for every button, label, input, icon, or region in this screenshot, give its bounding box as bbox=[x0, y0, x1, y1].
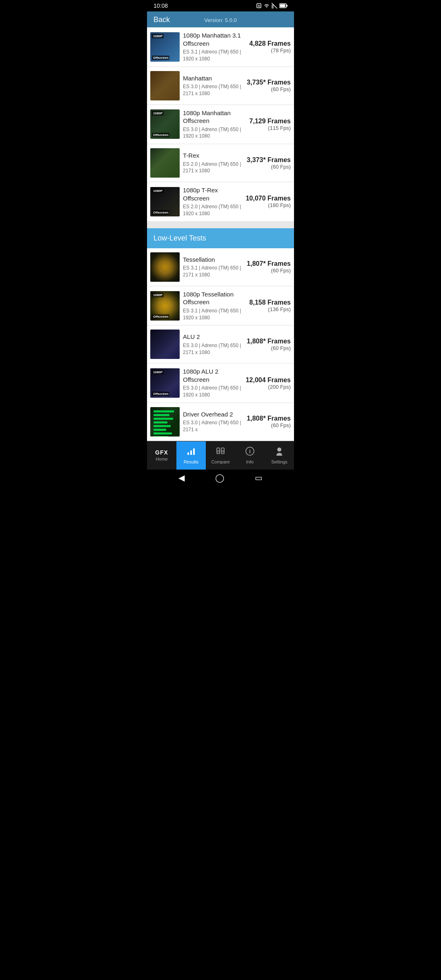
score-frames-manhattan-3-offscreen: 4,828 Frames bbox=[246, 40, 291, 47]
score-frames-manhattan-offscreen: 7,129 Frames bbox=[246, 118, 291, 125]
test-info-alu2: ALU 2 ES 3.0 | Adreno (TM) 650 | 2171 x … bbox=[180, 333, 246, 356]
test-sub-alu2: ES 3.0 | Adreno (TM) 650 | 2171 x 1080 bbox=[183, 342, 243, 356]
thumb-top-label: 1080P bbox=[152, 293, 164, 297]
low-level-container: Tessellation ES 3.1 | Adreno (TM) 650 | … bbox=[147, 248, 294, 441]
thumb-bottom-label: Offscreen bbox=[152, 314, 169, 319]
test-name-alu2: ALU 2 bbox=[183, 333, 243, 341]
test-name-tessellation-offscreen: 1080p Tessellation Offscreen bbox=[183, 290, 243, 306]
score-fps-alu2-offscreen: (200 Fps) bbox=[246, 384, 291, 390]
test-sub-trex-offscreen: ES 2.0 | Adreno (TM) 650 | 1920 x 1080 bbox=[183, 203, 243, 217]
info-icon: i bbox=[245, 447, 254, 458]
recents-gesture-icon[interactable]: ▭ bbox=[255, 473, 263, 483]
test-score-trex: 3,373* Frames (60 Fps) bbox=[246, 156, 291, 170]
test-name-manhattan-3-offscreen: 1080p Manhattan 3.1 Offscreen bbox=[183, 31, 243, 47]
thumb-top-label: 1080P bbox=[152, 370, 164, 374]
test-thumb-tessellation bbox=[150, 252, 180, 282]
test-sub-tessellation: ES 3.1 | Adreno (TM) 650 | 2171 x 1080 bbox=[183, 265, 243, 278]
thumb-bottom-label: Offscreen bbox=[152, 56, 169, 60]
score-fps-alu2: (60 Fps) bbox=[246, 345, 291, 351]
back-gesture-icon[interactable]: ◀ bbox=[178, 473, 185, 483]
test-name-driver-overhead: Driver Overhead 2 bbox=[183, 410, 243, 419]
test-score-alu2-offscreen: 12,004 Frames (200 Fps) bbox=[246, 376, 291, 390]
score-frames-tessellation-offscreen: 8,158 Frames bbox=[246, 299, 291, 306]
results-icon bbox=[187, 447, 196, 458]
spacer bbox=[147, 222, 294, 228]
score-frames-alu2: 1,808* Frames bbox=[246, 338, 291, 345]
test-name-manhattan-offscreen: 1080p Manhattan Offscreen bbox=[183, 109, 243, 125]
test-thumb-driver-overhead bbox=[150, 407, 180, 437]
thumb-bottom-label: Offscreen bbox=[152, 392, 169, 396]
test-item-alu2[interactable]: ALU 2 ES 3.0 | Adreno (TM) 650 | 2171 x … bbox=[147, 325, 294, 363]
score-fps-manhattan-offscreen: (115 Fps) bbox=[246, 125, 291, 131]
nav-item-home[interactable]: GFX Home bbox=[147, 441, 176, 470]
thumb-top-label: 1080P bbox=[152, 34, 164, 38]
test-name-manhattan: Manhattan bbox=[183, 74, 243, 82]
test-sub-driver-overhead: ES 3.0 | Adreno (TM) 650 | 2171 x bbox=[183, 419, 243, 433]
nav-label-home: Home bbox=[156, 457, 167, 461]
test-info-trex: T-Rex ES 2.0 | Adreno (TM) 650 | 2171 x … bbox=[180, 151, 246, 174]
test-info-manhattan: Manhattan ES 3.0 | Adreno (TM) 650 | 217… bbox=[180, 74, 246, 97]
svg-point-16 bbox=[277, 448, 281, 452]
svg-rect-8 bbox=[190, 450, 192, 455]
wifi-icon bbox=[264, 3, 270, 8]
low-level-section-header: Low-Level Tests bbox=[147, 228, 294, 248]
test-item-trex[interactable]: T-Rex ES 2.0 | Adreno (TM) 650 | 2171 x … bbox=[147, 144, 294, 182]
test-sub-manhattan-3-offscreen: ES 3.1 | Adreno (TM) 650 | 1920 x 1080 bbox=[183, 49, 243, 62]
score-frames-alu2-offscreen: 12,004 Frames bbox=[246, 376, 291, 384]
score-frames-trex-offscreen: 10,070 Frames bbox=[246, 195, 291, 202]
home-gesture-icon[interactable]: ◯ bbox=[215, 473, 224, 483]
svg-rect-7 bbox=[187, 452, 189, 455]
svg-text:▤: ▤ bbox=[221, 450, 224, 452]
test-info-alu2-offscreen: 1080p ALU 2 Offscreen ES 3.0 | Adreno (T… bbox=[180, 368, 246, 399]
back-button[interactable]: Back bbox=[154, 16, 170, 24]
test-score-manhattan-3-offscreen: 4,828 Frames (78 Fps) bbox=[246, 40, 291, 53]
nfc-icon: N bbox=[256, 3, 262, 9]
test-item-tessellation[interactable]: Tessellation ES 3.1 | Adreno (TM) 650 | … bbox=[147, 248, 294, 286]
score-fps-driver-overhead: (60 Fps) bbox=[246, 422, 291, 428]
svg-text:i: i bbox=[249, 448, 251, 454]
nav-item-results[interactable]: Results bbox=[176, 441, 206, 470]
test-item-trex-offscreen[interactable]: 1080P Offscreen 1080p T-Rex Offscreen ES… bbox=[147, 182, 294, 222]
test-thumb-tessellation-offscreen: 1080P Offscreen bbox=[150, 291, 180, 321]
svg-text:N: N bbox=[258, 4, 260, 7]
test-sub-manhattan: ES 3.0 | Adreno (TM) 650 | 2171 x 1080 bbox=[183, 83, 243, 97]
nav-item-settings[interactable]: Settings bbox=[265, 441, 294, 470]
nav-label-compare: Compare bbox=[211, 459, 229, 464]
score-fps-trex: (60 Fps) bbox=[246, 164, 291, 170]
test-name-alu2-offscreen: 1080p ALU 2 Offscreen bbox=[183, 368, 243, 383]
test-thumb-trex-offscreen: 1080P Offscreen bbox=[150, 187, 180, 216]
score-fps-tessellation: (60 Fps) bbox=[246, 267, 291, 274]
nav-item-info[interactable]: i Info bbox=[235, 441, 265, 470]
signal-icon bbox=[272, 3, 277, 9]
gesture-bar: ◀ ◯ ▭ bbox=[147, 470, 294, 486]
score-fps-trex-offscreen: (180 Fps) bbox=[246, 202, 291, 208]
test-item-tessellation-offscreen[interactable]: 1080P Offscreen 1080p Tessellation Offsc… bbox=[147, 286, 294, 326]
test-thumb-manhattan-3-offscreen: 1080P Offscreen bbox=[150, 32, 180, 62]
test-item-manhattan-3-offscreen[interactable]: 1080P Offscreen 1080p Manhattan 3.1 Offs… bbox=[147, 27, 294, 67]
nav-label-results: Results bbox=[184, 459, 199, 464]
test-info-tessellation: Tessellation ES 3.1 | Adreno (TM) 650 | … bbox=[180, 256, 246, 278]
test-item-driver-overhead[interactable]: Driver Overhead 2 ES 3.0 | Adreno (TM) 6… bbox=[147, 403, 294, 441]
nav-item-compare[interactable]: ▤ ▤ Compare bbox=[206, 441, 235, 470]
score-fps-manhattan-3-offscreen: (78 Fps) bbox=[246, 47, 291, 53]
svg-rect-6 bbox=[280, 4, 285, 7]
test-item-manhattan-offscreen[interactable]: 1080P Offscreen 1080p Manhattan Offscree… bbox=[147, 105, 294, 145]
nav-label-info: Info bbox=[246, 459, 254, 464]
battery-icon bbox=[279, 3, 287, 8]
thumb-bottom-label: Offscreen bbox=[152, 133, 169, 137]
test-item-manhattan[interactable]: Manhattan ES 3.0 | Adreno (TM) 650 | 217… bbox=[147, 67, 294, 105]
home-icon: GFX bbox=[155, 450, 168, 455]
test-score-tessellation: 1,807* Frames (60 Fps) bbox=[246, 260, 291, 274]
status-icons: N bbox=[256, 3, 287, 9]
test-info-trex-offscreen: 1080p T-Rex Offscreen ES 2.0 | Adreno (T… bbox=[180, 186, 246, 217]
test-info-tessellation-offscreen: 1080p Tessellation Offscreen ES 3.1 | Ad… bbox=[180, 290, 246, 321]
test-item-alu2-offscreen[interactable]: 1080P Offscreen 1080p ALU 2 Offscreen ES… bbox=[147, 363, 294, 403]
settings-icon bbox=[275, 447, 284, 458]
test-thumb-manhattan bbox=[150, 71, 180, 100]
test-score-manhattan: 3,735* Frames (60 Fps) bbox=[246, 79, 291, 92]
score-frames-manhattan: 3,735* Frames bbox=[246, 79, 291, 86]
thumb-bottom-label: Offscreen bbox=[152, 210, 169, 215]
test-info-manhattan-3-offscreen: 1080p Manhattan 3.1 Offscreen ES 3.1 | A… bbox=[180, 31, 246, 62]
bottom-nav: GFX Home Results ▤ ▤ Compare bbox=[147, 441, 294, 470]
test-score-trex-offscreen: 10,070 Frames (180 Fps) bbox=[246, 195, 291, 208]
